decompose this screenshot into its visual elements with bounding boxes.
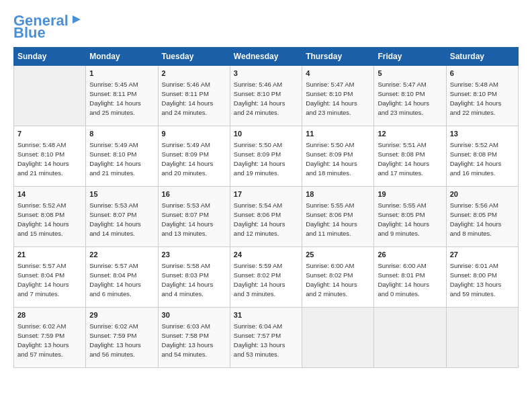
calendar-cell: 30Sunrise: 6:03 AM Sunset: 7:58 PM Dayli… — [158, 308, 230, 368]
day-number: 9 — [162, 129, 226, 139]
calendar-cell — [374, 308, 446, 368]
day-number: 22 — [89, 250, 154, 260]
day-number: 3 — [234, 68, 298, 79]
calendar-cell: 8Sunrise: 5:49 AM Sunset: 8:10 PM Daylig… — [86, 126, 158, 187]
day-info: Sunrise: 5:47 AM Sunset: 8:10 PM Dayligh… — [378, 81, 429, 116]
calendar-cell: 27Sunrise: 6:01 AM Sunset: 8:00 PM Dayli… — [446, 247, 518, 308]
day-number: 1 — [89, 68, 154, 79]
calendar-week-row: 1Sunrise: 5:45 AM Sunset: 8:11 PM Daylig… — [14, 66, 519, 126]
day-info: Sunrise: 6:02 AM Sunset: 7:59 PM Dayligh… — [89, 322, 141, 358]
day-number: 20 — [450, 189, 515, 199]
calendar-week-row: 21Sunrise: 5:57 AM Sunset: 8:04 PM Dayli… — [14, 247, 519, 308]
day-info: Sunrise: 5:55 AM Sunset: 8:05 PM Dayligh… — [378, 201, 429, 237]
calendar-cell: 3Sunrise: 5:46 AM Sunset: 8:10 PM Daylig… — [230, 66, 302, 126]
day-info: Sunrise: 5:58 AM Sunset: 8:03 PM Dayligh… — [162, 262, 214, 298]
calendar-cell — [14, 66, 86, 126]
calendar-cell: 9Sunrise: 5:49 AM Sunset: 8:09 PM Daylig… — [158, 126, 230, 187]
day-info: Sunrise: 5:53 AM Sunset: 8:07 PM Dayligh… — [89, 201, 141, 237]
calendar-cell: 19Sunrise: 5:55 AM Sunset: 8:05 PM Dayli… — [374, 187, 446, 247]
day-number: 2 — [162, 68, 226, 79]
day-info: Sunrise: 5:48 AM Sunset: 8:10 PM Dayligh… — [17, 141, 69, 177]
day-number: 8 — [89, 129, 154, 139]
day-info: Sunrise: 5:46 AM Sunset: 8:10 PM Dayligh… — [234, 81, 285, 116]
calendar-cell — [302, 308, 374, 368]
day-info: Sunrise: 5:51 AM Sunset: 8:08 PM Dayligh… — [378, 141, 429, 177]
day-number: 4 — [306, 68, 370, 79]
day-info: Sunrise: 5:49 AM Sunset: 8:10 PM Dayligh… — [89, 141, 141, 177]
day-number: 25 — [306, 250, 370, 260]
day-number: 23 — [162, 250, 226, 260]
calendar-cell: 11Sunrise: 5:50 AM Sunset: 8:09 PM Dayli… — [302, 126, 374, 187]
day-info: Sunrise: 6:01 AM Sunset: 8:00 PM Dayligh… — [450, 262, 502, 298]
calendar-cell: 22Sunrise: 5:57 AM Sunset: 8:04 PM Dayli… — [86, 247, 158, 308]
calendar-cell: 31Sunrise: 6:04 AM Sunset: 7:57 PM Dayli… — [230, 308, 302, 368]
day-info: Sunrise: 6:03 AM Sunset: 7:58 PM Dayligh… — [162, 322, 214, 358]
day-info: Sunrise: 5:47 AM Sunset: 8:10 PM Dayligh… — [306, 81, 357, 116]
day-number: 12 — [378, 129, 442, 139]
logo: General Blue — [13, 13, 83, 40]
day-number: 6 — [450, 68, 515, 79]
day-number: 7 — [17, 129, 82, 139]
calendar-cell: 25Sunrise: 6:00 AM Sunset: 8:02 PM Dayli… — [302, 247, 374, 308]
calendar-table: SundayMondayTuesdayWednesdayThursdayFrid… — [13, 47, 519, 368]
col-header-sunday: Sunday — [14, 48, 86, 66]
day-number: 28 — [17, 310, 82, 320]
calendar-cell: 1Sunrise: 5:45 AM Sunset: 8:11 PM Daylig… — [86, 66, 158, 126]
day-info: Sunrise: 5:56 AM Sunset: 8:05 PM Dayligh… — [450, 201, 502, 237]
day-info: Sunrise: 5:48 AM Sunset: 8:10 PM Dayligh… — [450, 81, 502, 116]
day-info: Sunrise: 5:49 AM Sunset: 8:09 PM Dayligh… — [162, 141, 214, 177]
day-number: 16 — [162, 189, 226, 199]
calendar-cell — [446, 308, 518, 368]
calendar-cell: 13Sunrise: 5:52 AM Sunset: 8:08 PM Dayli… — [446, 126, 518, 187]
col-header-saturday: Saturday — [446, 48, 518, 66]
day-number: 24 — [234, 250, 298, 260]
calendar-cell: 17Sunrise: 5:54 AM Sunset: 8:06 PM Dayli… — [230, 187, 302, 247]
day-info: Sunrise: 5:54 AM Sunset: 8:06 PM Dayligh… — [234, 201, 285, 237]
day-info: Sunrise: 5:45 AM Sunset: 8:11 PM Dayligh… — [89, 81, 141, 116]
day-number: 11 — [306, 129, 370, 139]
calendar-cell: 29Sunrise: 6:02 AM Sunset: 7:59 PM Dayli… — [86, 308, 158, 368]
day-number: 19 — [378, 189, 442, 199]
calendar-cell: 2Sunrise: 5:46 AM Sunset: 8:11 PM Daylig… — [158, 66, 230, 126]
col-header-friday: Friday — [374, 48, 446, 66]
calendar-week-row: 28Sunrise: 6:02 AM Sunset: 7:59 PM Dayli… — [14, 308, 519, 368]
logo-blue: Blue — [13, 26, 46, 40]
day-number: 5 — [378, 68, 442, 79]
calendar-cell: 21Sunrise: 5:57 AM Sunset: 8:04 PM Dayli… — [14, 247, 86, 308]
calendar-cell: 24Sunrise: 5:59 AM Sunset: 8:02 PM Dayli… — [230, 247, 302, 308]
day-number: 30 — [162, 310, 226, 320]
day-info: Sunrise: 5:53 AM Sunset: 8:07 PM Dayligh… — [162, 201, 214, 237]
day-number: 13 — [450, 129, 515, 139]
calendar-header-row: SundayMondayTuesdayWednesdayThursdayFrid… — [14, 48, 519, 66]
day-number: 15 — [89, 189, 154, 199]
calendar-week-row: 7Sunrise: 5:48 AM Sunset: 8:10 PM Daylig… — [14, 126, 519, 187]
col-header-monday: Monday — [86, 48, 158, 66]
day-number: 26 — [378, 250, 442, 260]
day-info: Sunrise: 6:00 AM Sunset: 8:02 PM Dayligh… — [306, 262, 357, 298]
day-info: Sunrise: 6:00 AM Sunset: 8:01 PM Dayligh… — [378, 262, 429, 298]
day-number: 10 — [234, 129, 298, 139]
day-info: Sunrise: 6:04 AM Sunset: 7:57 PM Dayligh… — [234, 322, 285, 358]
day-number: 14 — [17, 189, 82, 199]
calendar-cell: 10Sunrise: 5:50 AM Sunset: 8:09 PM Dayli… — [230, 126, 302, 187]
page-header: General Blue — [13, 13, 519, 40]
day-info: Sunrise: 5:55 AM Sunset: 8:06 PM Dayligh… — [306, 201, 357, 237]
col-header-thursday: Thursday — [302, 48, 374, 66]
calendar-cell: 4Sunrise: 5:47 AM Sunset: 8:10 PM Daylig… — [302, 66, 374, 126]
calendar-week-row: 14Sunrise: 5:52 AM Sunset: 8:08 PM Dayli… — [14, 187, 519, 247]
day-info: Sunrise: 5:57 AM Sunset: 8:04 PM Dayligh… — [89, 262, 141, 298]
calendar-cell: 20Sunrise: 5:56 AM Sunset: 8:05 PM Dayli… — [446, 187, 518, 247]
day-number: 31 — [234, 310, 298, 320]
day-number: 21 — [17, 250, 82, 260]
calendar-cell: 6Sunrise: 5:48 AM Sunset: 8:10 PM Daylig… — [446, 66, 518, 126]
calendar-cell: 16Sunrise: 5:53 AM Sunset: 8:07 PM Dayli… — [158, 187, 230, 247]
day-info: Sunrise: 5:50 AM Sunset: 8:09 PM Dayligh… — [234, 141, 285, 177]
day-info: Sunrise: 5:59 AM Sunset: 8:02 PM Dayligh… — [234, 262, 285, 298]
calendar-cell: 7Sunrise: 5:48 AM Sunset: 8:10 PM Daylig… — [14, 126, 86, 187]
day-number: 17 — [234, 189, 298, 199]
calendar-cell: 15Sunrise: 5:53 AM Sunset: 8:07 PM Dayli… — [86, 187, 158, 247]
svg-marker-0 — [73, 15, 81, 24]
calendar-cell: 26Sunrise: 6:00 AM Sunset: 8:01 PM Dayli… — [374, 247, 446, 308]
day-info: Sunrise: 5:57 AM Sunset: 8:04 PM Dayligh… — [17, 262, 69, 298]
col-header-wednesday: Wednesday — [230, 48, 302, 66]
